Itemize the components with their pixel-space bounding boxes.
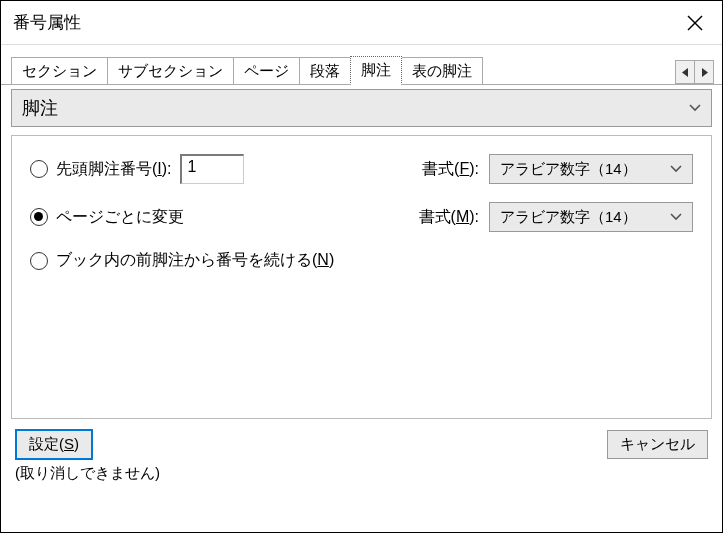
cancel-button[interactable]: キャンセル [607,430,708,459]
radio-continue[interactable] [30,252,48,270]
label-continue: ブック内の前脚注から番号を続ける(N) [56,250,334,271]
titlebar: 番号属性 [1,1,722,45]
svg-marker-2 [682,68,688,77]
row-first-number: 先頭脚注番号(I): 1 書式(F): アラビア数字（14） [30,154,693,184]
radio-first-number[interactable] [30,160,48,178]
button-row: 設定(S) キャンセル [1,429,722,460]
triangle-left-icon [682,68,689,77]
close-icon [687,15,703,31]
tab-row: セクション サブセクション ページ 段落 脚注 表の脚注 [1,45,722,85]
undo-note: (取り消しできません) [1,460,722,487]
svg-marker-3 [702,68,708,77]
tab-section[interactable]: セクション [11,57,108,84]
tab-tablefootnote[interactable]: 表の脚注 [401,57,483,84]
triangle-right-icon [701,68,708,77]
row-continue: ブック内の前脚注から番号を続ける(N) [30,250,693,271]
label-per-page: ページごとに変更 [56,207,184,228]
options-panel: 先頭脚注番号(I): 1 書式(F): アラビア数字（14） ページごとに変更 … [11,135,712,419]
row-per-page: ページごとに変更 書式(M): アラビア数字（14） [30,202,693,232]
format-f-label: 書式(F): [422,159,479,180]
section-dropdown-label: 脚注 [22,96,58,120]
label-first-number: 先頭脚注番号(I): [56,159,172,180]
format-f-value: アラビア数字（14） [500,160,637,179]
tab-page[interactable]: ページ [233,57,300,84]
tab-scroll-left[interactable] [675,60,695,84]
chevron-down-icon [689,101,701,115]
format-f-dropdown[interactable]: アラビア数字（14） [489,154,693,184]
close-button[interactable] [672,3,718,43]
set-button[interactable]: 設定(S) [15,429,93,460]
tab-subsection[interactable]: サブセクション [107,57,234,84]
radio-per-page[interactable] [30,208,48,226]
section-dropdown[interactable]: 脚注 [11,89,712,127]
format-m-label: 書式(M): [419,207,479,228]
tab-footnote[interactable]: 脚注 [350,56,402,85]
tab-paragraph[interactable]: 段落 [299,57,351,84]
tab-scroll-right[interactable] [694,60,714,84]
tab-nav [676,60,714,84]
chevron-down-icon [670,211,682,223]
window-title: 番号属性 [13,11,81,34]
first-number-field[interactable]: 1 [180,154,244,184]
format-m-dropdown[interactable]: アラビア数字（14） [489,202,693,232]
format-m-value: アラビア数字（14） [500,208,637,227]
chevron-down-icon [670,163,682,175]
